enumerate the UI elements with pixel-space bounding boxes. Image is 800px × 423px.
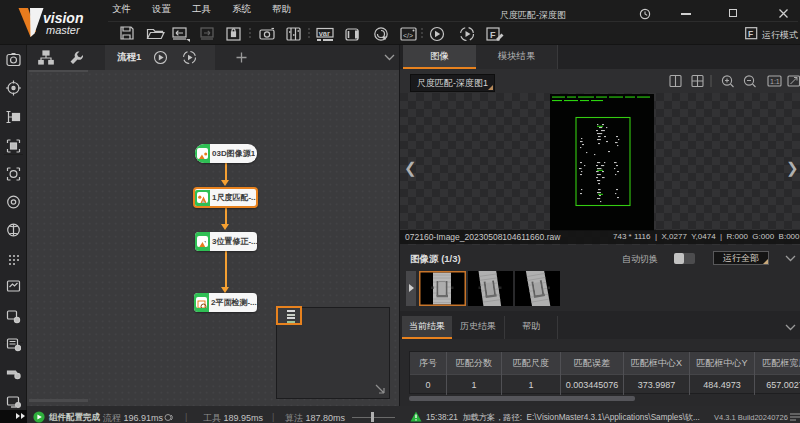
- svg-text:var: var: [319, 29, 330, 38]
- svg-text:1:1: 1:1: [770, 78, 780, 85]
- svg-text:master: master: [46, 24, 81, 36]
- svg-text:F: F: [490, 30, 496, 40]
- svg-text:F: F: [748, 29, 753, 39]
- svg-text:</>: </>: [403, 32, 413, 39]
